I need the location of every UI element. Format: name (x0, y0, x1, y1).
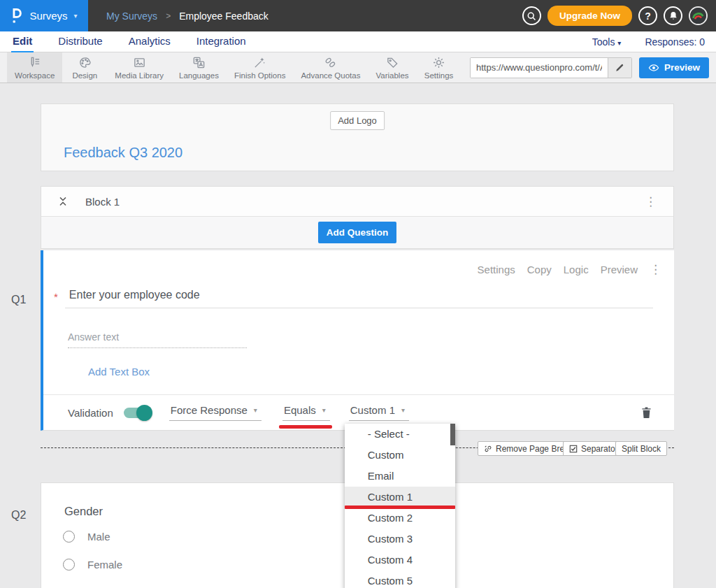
chevron-down-icon: ▾ (401, 406, 405, 414)
toolbar-item-advance-quotas[interactable]: Advance Quotas (293, 52, 368, 83)
design-icon (78, 56, 92, 71)
menu-item-custom1[interactable]: Custom 1 (345, 487, 455, 508)
surveys-menu-label: Surveys (29, 10, 67, 22)
answer-placeholder[interactable]: Answer text (68, 331, 119, 343)
responses-count[interactable]: Responses: 0 (645, 36, 705, 48)
question1-text-underline (65, 308, 653, 308)
tab-analytics[interactable]: Analytics (127, 31, 172, 52)
collapse-block-icon[interactable] (58, 196, 68, 207)
add-question-strip: Add Question (41, 217, 673, 248)
question-logic-link[interactable]: Logic (564, 264, 589, 275)
chevron-down-icon: ▾ (254, 406, 257, 414)
annotation-underline-custom1 (345, 505, 455, 509)
survey-editor-canvas: Q1 Q2 Add Logo Feedback Q3 2020 Block 1 … (0, 83, 716, 588)
topbar-actions: Upgrade Now ? (522, 6, 708, 26)
toolbar-item-workspace[interactable]: Workspace (7, 52, 62, 83)
menu-item-custom3[interactable]: Custom 3 (345, 529, 455, 550)
toolbar-item-languages[interactable]: Languages (171, 52, 227, 83)
menu-item-custom5[interactable]: Custom 5 (345, 571, 455, 588)
validation-type-menu: - Select - Custom Email Custom 1 Custom … (345, 424, 455, 588)
upgrade-now-button[interactable]: Upgrade Now (547, 6, 632, 26)
edit-toolbar: Workspace Design Media Library Languages… (0, 52, 716, 83)
preview-button[interactable]: Preview (639, 57, 709, 78)
search-icon (527, 11, 536, 21)
question-settings-link[interactable]: Settings (478, 264, 515, 275)
search-button[interactable] (522, 6, 541, 25)
variables-icon (386, 56, 399, 71)
split-block-button[interactable]: Split Block (615, 441, 667, 456)
chevron-down-icon: ▾ (617, 39, 621, 47)
survey-header-card: Add Logo Feedback Q3 2020 (41, 103, 674, 171)
avatar[interactable] (689, 6, 708, 25)
block-title[interactable]: Block 1 (85, 196, 120, 208)
block-menu-kebab-icon[interactable]: ⋮ (645, 196, 657, 208)
menu-item-custom4[interactable]: Custom 4 (345, 550, 455, 571)
operator-dropdown[interactable]: Equals ▾ (282, 404, 330, 421)
question1-menu-kebab-icon[interactable]: ⋮ (650, 264, 661, 275)
toggle-knob (136, 405, 152, 421)
delete-validation-button[interactable] (641, 406, 652, 419)
chevron-down-icon: ▾ (322, 406, 326, 414)
add-question-button[interactable]: Add Question (318, 222, 397, 243)
block-card: Block 1 ⋮ Add Question (41, 186, 674, 249)
checkbox-checked-icon (569, 445, 578, 453)
toolbar-item-media-library[interactable]: Media Library (107, 52, 171, 83)
question1-number: Q1 (11, 294, 26, 306)
annotation-underline-equals (279, 425, 332, 429)
toolbar-item-design[interactable]: Design (62, 52, 107, 83)
tabbar-right: Tools ▾ Responses: 0 (592, 36, 705, 48)
tab-integration[interactable]: Integration (195, 31, 248, 52)
unlink-icon (484, 445, 492, 453)
survey-title[interactable]: Feedback Q3 2020 (64, 145, 182, 161)
radio-option-female[interactable]: Female (63, 559, 122, 571)
radio-icon (63, 559, 75, 571)
tab-edit[interactable]: Edit (11, 31, 34, 52)
question1-card: Settings Copy Logic Preview ⋮ * Enter yo… (41, 250, 674, 431)
help-button[interactable]: ? (638, 6, 657, 25)
toolbar-item-settings[interactable]: Settings (417, 52, 461, 83)
question2-number: Q2 (11, 509, 26, 522)
menu-item-custom[interactable]: Custom (345, 445, 455, 466)
trash-icon (641, 406, 652, 419)
required-marker: * (54, 289, 58, 303)
question-mark-icon: ? (645, 10, 651, 22)
workspace-icon (28, 56, 41, 71)
menu-item-email[interactable]: Email (345, 466, 455, 487)
section-tabs: Edit Distribute Analytics Integration To… (0, 31, 716, 52)
toolbar-item-finish-options[interactable]: Finish Options (227, 52, 294, 83)
question-preview-link[interactable]: Preview (601, 264, 638, 275)
menu-item-custom2[interactable]: Custom 2 (345, 508, 455, 529)
breadcrumb-my-surveys[interactable]: My Surveys (106, 10, 157, 22)
question1-text[interactable]: Enter your employee code (69, 289, 200, 301)
tab-distribute[interactable]: Distribute (57, 31, 103, 52)
finish-options-icon (253, 56, 266, 71)
breadcrumb-separator: > (166, 11, 171, 21)
menu-item-select[interactable]: - Select - (345, 424, 455, 445)
tools-menu[interactable]: Tools ▾ (592, 36, 622, 48)
advance-quotas-icon (324, 56, 337, 71)
validation-type-dropdown[interactable]: Custom 1 ▾ - Select - Custom Email Custo… (349, 404, 409, 421)
force-response-dropdown[interactable]: Force Response ▾ (169, 404, 262, 421)
surveys-menu[interactable]: Surveys ▾ (0, 0, 88, 31)
survey-url-input[interactable] (471, 58, 608, 78)
eye-icon (648, 64, 659, 72)
notifications-button[interactable] (664, 6, 682, 25)
add-logo-button[interactable]: Add Logo (330, 111, 385, 130)
toolbar-item-variables[interactable]: Variables (368, 52, 416, 83)
validation-toggle[interactable] (124, 408, 151, 418)
chevron-down-icon: ▾ (74, 12, 78, 20)
radio-option-male[interactable]: Male (63, 531, 110, 543)
settings-icon (432, 56, 445, 71)
add-text-box-link[interactable]: Add Text Box (88, 366, 150, 378)
media-library-icon (133, 56, 146, 71)
edit-url-button[interactable] (608, 58, 631, 78)
dropdown-scrollbar[interactable] (450, 424, 455, 445)
answer-input-line (68, 347, 247, 348)
block-header: Block 1 ⋮ (41, 187, 673, 217)
pencil-icon (615, 63, 624, 73)
topbar: Surveys ▾ My Surveys > Employee Feedback… (0, 0, 716, 31)
breadcrumb-current: Employee Feedback (179, 10, 268, 22)
question-copy-link[interactable]: Copy (527, 264, 552, 275)
question2-text[interactable]: Gender (64, 505, 103, 518)
question1-actions: Settings Copy Logic Preview ⋮ (478, 264, 661, 275)
